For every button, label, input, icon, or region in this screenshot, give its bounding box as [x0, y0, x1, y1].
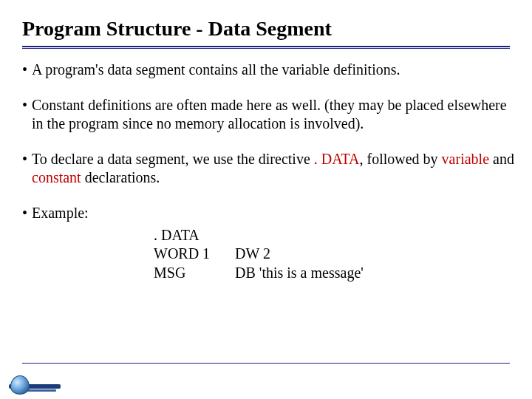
globe-icon: [10, 375, 30, 395]
bullet-item: • A program's data segment contains all …: [22, 61, 517, 80]
footer-rule: [22, 363, 510, 364]
text-run: To declare a data segment, we use the di…: [32, 151, 314, 167]
code-line: MSGDB 'this is a message': [154, 264, 517, 283]
slide-title: Program Structure - Data Segment: [22, 18, 332, 41]
slide: Program Structure - Data Segment • A pro…: [0, 0, 532, 399]
bullet-item: • Example:: [22, 204, 517, 223]
bullet-text: Example:: [32, 204, 517, 223]
text-run-highlight: variable: [442, 151, 489, 167]
bullet-text: A program's data segment contains all th…: [32, 61, 517, 80]
bullet-marker: •: [22, 61, 32, 80]
bullet-text: To declare a data segment, we use the di…: [32, 150, 517, 188]
bullet-marker: •: [22, 150, 32, 188]
slide-body: • A program's data segment contains all …: [22, 61, 517, 282]
code-cell: DB 'this is a message': [235, 265, 364, 281]
text-run: A program's data segment contains all th…: [32, 61, 400, 78]
bullet-text: Constant definitions are often made here…: [32, 96, 517, 134]
code-line: . DATA: [154, 226, 517, 245]
bullet-marker: •: [22, 96, 32, 134]
text-run-highlight: constant: [32, 169, 81, 185]
title-underline: [22, 46, 510, 49]
bullet-marker: •: [22, 204, 32, 223]
text-run-highlight: . DATA: [314, 151, 360, 167]
text-run: Example:: [32, 205, 89, 221]
code-cell: . DATA: [154, 227, 200, 243]
code-cell: WORD 1: [154, 245, 235, 264]
text-run: , followed by: [360, 151, 442, 167]
code-line: WORD 1DW 2: [154, 245, 517, 264]
bullet-item: • Constant definitions are often made he…: [22, 96, 517, 134]
code-cell: MSG: [154, 264, 235, 283]
footer-logo: [9, 374, 61, 395]
text-run: and: [489, 151, 514, 167]
bullet-item: • To declare a data segment, we use the …: [22, 150, 517, 188]
text-run: Constant definitions are often made here…: [32, 97, 507, 132]
code-example: . DATA WORD 1DW 2 MSGDB 'this is a messa…: [154, 226, 517, 283]
text-run: declarations.: [81, 169, 160, 185]
code-cell: DW 2: [235, 245, 270, 262]
